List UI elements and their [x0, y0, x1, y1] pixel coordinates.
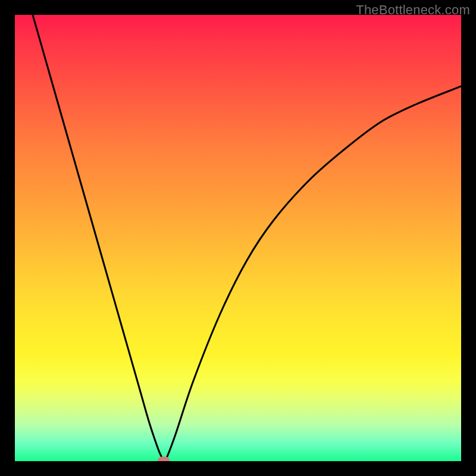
- chart-container: TheBottleneck.com: [0, 0, 476, 476]
- plot-area: [15, 15, 461, 461]
- curve-svg: [15, 15, 461, 461]
- bottleneck-curve: [33, 15, 461, 461]
- optimal-point-marker: [158, 456, 170, 461]
- watermark-text: TheBottleneck.com: [356, 2, 470, 18]
